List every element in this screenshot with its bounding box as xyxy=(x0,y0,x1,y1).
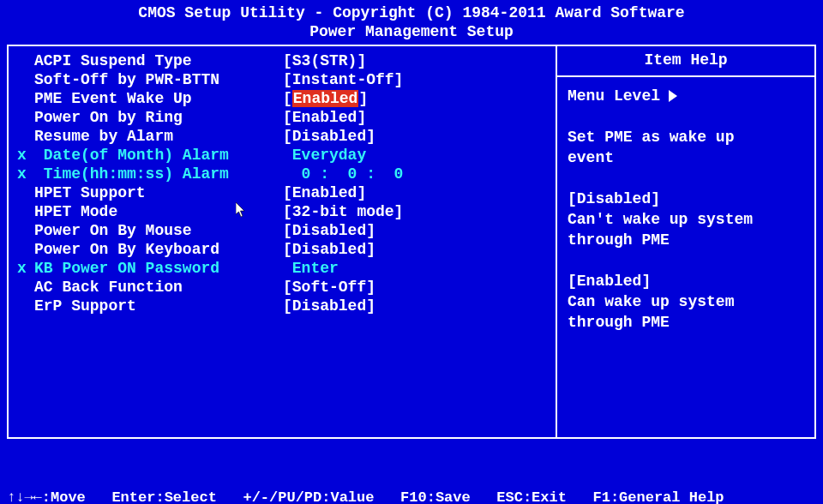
setting-label: Power On by Ring xyxy=(34,108,283,127)
help-text-line xyxy=(568,250,804,271)
setting-label: ACPI Suspend Type xyxy=(34,51,283,70)
setting-row: xKB Power ON Password Enter xyxy=(17,259,547,278)
main-box: ACPI Suspend Type[S3(STR)] Soft-Off by P… xyxy=(7,45,816,439)
help-text-line xyxy=(568,106,804,127)
row-marker xyxy=(17,70,34,89)
setting-value[interactable]: [Disabled] xyxy=(283,240,547,259)
setting-label: KB Power ON Password xyxy=(34,259,283,278)
footer-line-1: ↑↓→←:Move Enter:Select +/-/PU/PD:Value F… xyxy=(7,489,816,504)
row-marker: x xyxy=(17,259,34,278)
setting-value[interactable]: [32-bit mode] xyxy=(283,202,547,221)
setting-value[interactable]: [Disabled] xyxy=(283,221,547,240)
row-marker xyxy=(17,108,34,127)
row-marker xyxy=(17,278,34,297)
row-marker xyxy=(17,297,34,315)
setting-value[interactable]: [Disabled] xyxy=(283,297,547,315)
help-separator xyxy=(557,75,814,77)
menu-level-row: Menu Level xyxy=(568,86,804,106)
help-text-line: event xyxy=(568,147,804,168)
menu-level-label: Menu Level xyxy=(568,86,660,106)
setting-label: PME Event Wake Up xyxy=(34,89,283,108)
setting-label: Resume by Alarm xyxy=(34,127,283,146)
row-marker xyxy=(17,89,34,108)
setting-label: AC Back Function xyxy=(34,278,283,297)
setting-row[interactable]: HPET Support[Enabled] xyxy=(17,183,547,202)
setting-label: Power On By Mouse xyxy=(34,221,283,240)
header: CMOS Setup Utility - Copyright (C) 1984-… xyxy=(7,3,816,41)
help-text-line: Can wake up system xyxy=(568,291,804,312)
setting-row[interactable]: PME Event Wake Up[Enabled] xyxy=(17,89,547,108)
setting-row[interactable]: ACPI Suspend Type[S3(STR)] xyxy=(17,51,547,70)
setting-row[interactable]: Soft-Off by PWR-BTTN[Instant-Off] xyxy=(17,70,547,89)
menu-level-icon xyxy=(669,90,677,102)
setting-row[interactable]: AC Back Function[Soft-Off] xyxy=(17,278,547,297)
setting-label: Date(of Month) Alarm xyxy=(34,146,283,165)
setting-value[interactable]: [Soft-Off] xyxy=(283,278,547,297)
header-subtitle: Power Management Setup xyxy=(7,22,816,41)
setting-value[interactable]: [S3(STR)] xyxy=(283,51,547,70)
help-title: Item Help xyxy=(568,51,804,69)
help-text-line xyxy=(568,168,804,189)
setting-label: ErP Support xyxy=(34,297,283,315)
setting-value[interactable]: [Enabled] xyxy=(283,183,547,202)
setting-label: HPET Support xyxy=(34,183,283,202)
setting-row: x Date(of Month) Alarm Everyday xyxy=(17,146,547,165)
setting-value[interactable]: [Instant-Off] xyxy=(283,70,547,89)
setting-row[interactable]: Resume by Alarm[Disabled] xyxy=(17,127,547,146)
row-marker xyxy=(17,51,34,70)
bios-screen: CMOS Setup Utility - Copyright (C) 1984-… xyxy=(0,0,823,504)
settings-panel: ACPI Suspend Type[S3(STR)] Soft-Off by P… xyxy=(9,46,557,437)
header-title: CMOS Setup Utility - Copyright (C) 1984-… xyxy=(7,3,816,22)
help-text-line: [Disabled] xyxy=(568,189,804,209)
setting-row[interactable]: Power On By Mouse[Disabled] xyxy=(17,221,547,240)
row-marker xyxy=(17,183,34,202)
setting-label: Time(hh:mm:ss) Alarm xyxy=(34,165,283,183)
setting-value: Enter xyxy=(283,259,547,278)
setting-label: Power On By Keyboard xyxy=(34,240,283,259)
row-marker: x xyxy=(17,165,34,183)
setting-row[interactable]: Power On By Keyboard[Disabled] xyxy=(17,240,547,259)
setting-value: 0 : 0 : 0 xyxy=(283,165,547,183)
row-marker: x xyxy=(17,146,34,165)
setting-row: x Time(hh:mm:ss) Alarm 0 : 0 : 0 xyxy=(17,165,547,183)
setting-label: Soft-Off by PWR-BTTN xyxy=(34,70,283,89)
setting-value: Everyday xyxy=(283,146,547,165)
selected-value[interactable]: Enabled xyxy=(292,90,359,107)
row-marker xyxy=(17,202,34,221)
row-marker xyxy=(17,240,34,259)
setting-row[interactable]: ErP Support[Disabled] xyxy=(17,297,547,315)
setting-row[interactable]: HPET Mode[32-bit mode] xyxy=(17,202,547,221)
footer: ↑↓→←:Move Enter:Select +/-/PU/PD:Value F… xyxy=(7,451,816,504)
setting-value[interactable]: [Enabled] xyxy=(283,89,547,108)
setting-value[interactable]: [Disabled] xyxy=(283,127,547,146)
row-marker xyxy=(17,127,34,146)
help-text-line: through PME xyxy=(568,312,804,333)
help-text-line: Set PME as wake up xyxy=(568,127,804,147)
help-text-line: Can't wake up system xyxy=(568,209,804,230)
help-panel: Item Help Menu Level Set PME as wake upe… xyxy=(557,46,814,437)
setting-label: HPET Mode xyxy=(34,202,283,221)
setting-row[interactable]: Power On by Ring[Enabled] xyxy=(17,108,547,127)
row-marker xyxy=(17,221,34,240)
help-text-line: through PME xyxy=(568,230,804,250)
help-text-line: [Enabled] xyxy=(568,271,804,291)
setting-value[interactable]: [Enabled] xyxy=(283,108,547,127)
